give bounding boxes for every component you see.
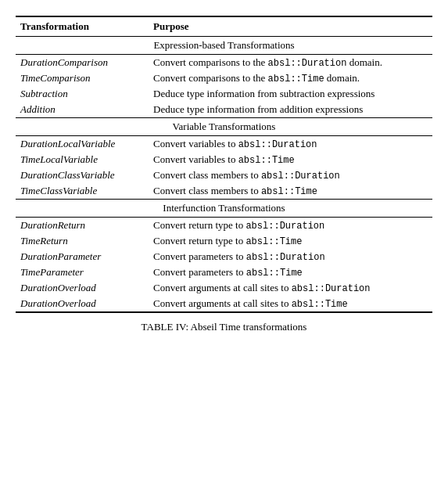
transform-name: TimeParameter (16, 264, 149, 280)
table-row: TimeClassVariable Convert class members … (16, 183, 432, 200)
table-row: TimeComparison Convert comparisons to th… (16, 70, 432, 86)
transform-name: TimeLocalVariable (16, 152, 149, 167)
table-container: Transformation Purpose Expression-based … (16, 16, 432, 333)
section-header-expression: Expression-based Transformations (16, 37, 432, 55)
table-row: DurationOverload Convert arguments at ca… (16, 280, 432, 296)
table-row: TimeParameter Convert parameters to absl… (16, 264, 432, 280)
section-header-interfunction: Interfunction Transformations (16, 200, 432, 218)
col-header-purpose: Purpose (149, 16, 432, 37)
table-row: DurationParameter Convert parameters to … (16, 249, 432, 264)
transform-name: TimeComparison (16, 70, 149, 86)
table-row: Addition Deduce type information from ad… (16, 102, 432, 118)
purpose-cell: Convert arguments at call sites to absl:… (149, 296, 432, 312)
table-row: TimeLocalVariable Convert variables to a… (16, 152, 432, 167)
table-row: TimeReturn Convert return type to absl::… (16, 233, 432, 249)
transform-name: Addition (16, 102, 149, 118)
purpose-cell: Convert parameters to absl::Time (149, 264, 432, 280)
transform-name: DurationOverload (16, 280, 149, 296)
purpose-cell: Convert parameters to absl::Duration (149, 249, 432, 264)
purpose-cell: Convert class members to absl::Duration (149, 167, 432, 183)
purpose-cell: Deduce type information from addition ex… (149, 102, 432, 118)
table-row: DurationOverload Convert arguments at ca… (16, 296, 432, 312)
purpose-cell: Convert variables to absl::Duration (149, 136, 432, 153)
transform-name: DurationOverload (16, 296, 149, 312)
table-row: DurationLocalVariable Convert variables … (16, 136, 432, 153)
table-row: DurationClassVariable Convert class memb… (16, 167, 432, 183)
purpose-cell: Convert class members to absl::Time (149, 183, 432, 200)
section-title-expression: Expression-based Transformations (16, 37, 432, 55)
transform-name: DurationReturn (16, 218, 149, 234)
transform-name: DurationComparison (16, 55, 149, 71)
purpose-cell: Convert arguments at call sites to absl:… (149, 280, 432, 296)
purpose-cell: Deduce type information from subtraction… (149, 86, 432, 102)
table-row: DurationReturn Convert return type to ab… (16, 218, 432, 234)
section-title-variable: Variable Transformations (16, 118, 432, 136)
col-header-transformation: Transformation (16, 16, 149, 37)
purpose-cell: Convert variables to absl::Time (149, 152, 432, 167)
section-title-interfunction: Interfunction Transformations (16, 200, 432, 218)
transform-name: TimeClassVariable (16, 183, 149, 200)
purpose-cell: Convert return type to absl::Duration (149, 218, 432, 234)
transformations-table: Transformation Purpose Expression-based … (16, 16, 432, 313)
transform-name: DurationLocalVariable (16, 136, 149, 153)
table-caption: TABLE IV: Abseil Time transformations (16, 321, 432, 333)
table-row: DurationComparison Convert comparisons t… (16, 55, 432, 71)
transform-name: TimeReturn (16, 233, 149, 249)
section-header-variable: Variable Transformations (16, 118, 432, 136)
table-row: Subtraction Deduce type information from… (16, 86, 432, 102)
purpose-cell: Convert return type to absl::Time (149, 233, 432, 249)
transform-name: Subtraction (16, 86, 149, 102)
purpose-cell: Convert comparisons to the absl::Duratio… (149, 55, 432, 71)
purpose-cell: Convert comparisons to the absl::Time do… (149, 70, 432, 86)
transform-name: DurationClassVariable (16, 167, 149, 183)
table-header-row: Transformation Purpose (16, 16, 432, 37)
transform-name: DurationParameter (16, 249, 149, 264)
